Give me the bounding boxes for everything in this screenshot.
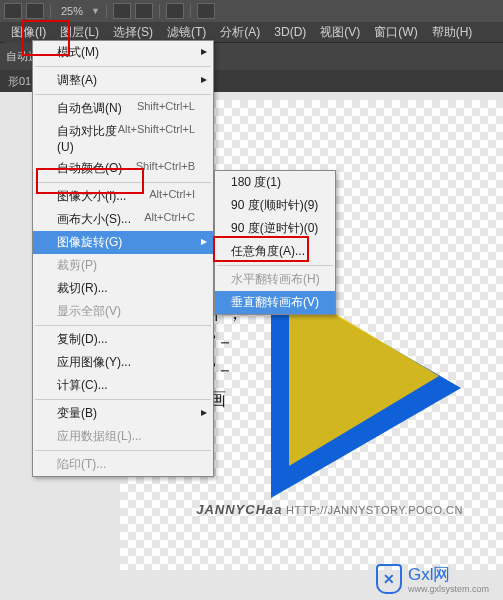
menu-analysis[interactable]: 分析(A) — [213, 22, 267, 43]
site-logo: ✕ Gxl网 www.gxlsystem.com — [376, 563, 489, 594]
shield-icon: ✕ — [376, 564, 402, 594]
watermark-brand: JANNYCHaa — [196, 502, 282, 517]
menu-image-size[interactable]: 图像大小(I)...Alt+Ctrl+I — [33, 185, 213, 208]
grid-icon[interactable] — [135, 3, 153, 19]
menu-help[interactable]: 帮助(H) — [425, 22, 480, 43]
separator — [35, 182, 211, 183]
menu-auto-contrast[interactable]: 自动对比度(U)Alt+Shift+Ctrl+L — [33, 120, 213, 157]
hand-icon[interactable] — [113, 3, 131, 19]
menu-window[interactable]: 窗口(W) — [367, 22, 424, 43]
separator — [35, 94, 211, 95]
menu-trim[interactable]: 裁切(R)... — [33, 277, 213, 300]
menu-rotate-180[interactable]: 180 度(1) — [215, 171, 335, 194]
tool-icon[interactable] — [4, 3, 22, 19]
chevron-down-icon[interactable]: ▼ — [91, 6, 100, 16]
menu-reveal-all[interactable]: 显示全部(V) — [33, 300, 213, 323]
separator — [50, 4, 51, 18]
separator — [35, 399, 211, 400]
menu-view[interactable]: 视图(V) — [313, 22, 367, 43]
menu-apply-dataset[interactable]: 应用数据组(L)... — [33, 425, 213, 448]
separator — [217, 265, 333, 266]
watermark-url: HTTP://JANNYSTORY.POCO.CN — [286, 504, 463, 516]
tool-icon[interactable] — [26, 3, 44, 19]
menu-flip-horizontal[interactable]: 水平翻转画布(H) — [215, 268, 335, 291]
menu-variables[interactable]: 变量(B) — [33, 402, 213, 425]
menu-auto-color[interactable]: 自动颜色(O)Shift+Ctrl+B — [33, 157, 213, 180]
separator — [190, 4, 191, 18]
menu-rotate-arbitrary[interactable]: 任意角度(A)... — [215, 240, 335, 263]
menu-adjustments[interactable]: 调整(A) — [33, 69, 213, 92]
image-menu-dropdown: 模式(M) 调整(A) 自动色调(N)Shift+Ctrl+L 自动对比度(U)… — [32, 40, 214, 477]
menu-duplicate[interactable]: 复制(D)... — [33, 328, 213, 351]
toolbar: 25% ▼ — [0, 0, 503, 22]
image-rotation-submenu: 180 度(1) 90 度(顺时针)(9) 90 度(逆时针)(0) 任意角度(… — [214, 170, 336, 315]
screen-icon[interactable] — [166, 3, 184, 19]
separator — [35, 66, 211, 67]
menu-auto-tone[interactable]: 自动色调(N)Shift+Ctrl+L — [33, 97, 213, 120]
menu-trap[interactable]: 陷印(T)... — [33, 453, 213, 476]
menu-rotate-90cw[interactable]: 90 度(顺时针)(9) — [215, 194, 335, 217]
logo-subtext: www.gxlsystem.com — [408, 584, 489, 594]
menu-rotate-90ccw[interactable]: 90 度(逆时针)(0) — [215, 217, 335, 240]
separator — [106, 4, 107, 18]
menu-image-rotation[interactable]: 图像旋转(G) — [33, 231, 213, 254]
menu-3d[interactable]: 3D(D) — [267, 23, 313, 41]
separator — [159, 4, 160, 18]
menu-canvas-size[interactable]: 画布大小(S)...Alt+Ctrl+C — [33, 208, 213, 231]
doc-icon[interactable] — [197, 3, 215, 19]
watermark: JANNYCHaa HTTP://JANNYSTORY.POCO.CN — [196, 502, 463, 517]
separator — [35, 450, 211, 451]
menu-flip-vertical[interactable]: 垂直翻转画布(V) — [215, 291, 335, 314]
zoom-value[interactable]: 25% — [61, 5, 83, 17]
separator — [35, 325, 211, 326]
menu-crop[interactable]: 裁剪(P) — [33, 254, 213, 277]
menu-apply-image[interactable]: 应用图像(Y)... — [33, 351, 213, 374]
logo-text: Gxl网 — [408, 563, 489, 586]
menu-calculations[interactable]: 计算(C)... — [33, 374, 213, 397]
menubar: 图像(I) 图层(L) 选择(S) 滤镜(T) 分析(A) 3D(D) 视图(V… — [0, 22, 503, 42]
menu-mode[interactable]: 模式(M) — [33, 41, 213, 64]
